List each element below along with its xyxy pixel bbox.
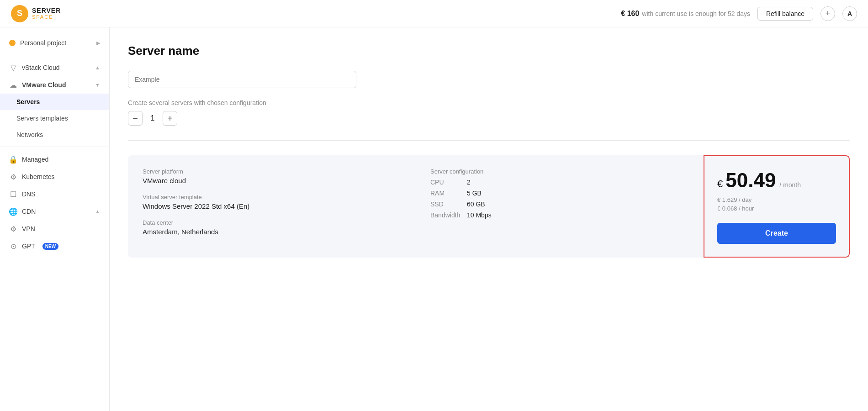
datacenter-label: Data center bbox=[143, 219, 401, 226]
sidebar-item-label: Managed bbox=[22, 156, 48, 163]
sidebar-item-vpn[interactable]: ⚙ VPN bbox=[0, 220, 109, 237]
config-label: Server configuration bbox=[430, 168, 689, 175]
cloud-icon: ☁ bbox=[9, 81, 17, 89]
sidebar-project-section: Personal project ▶ bbox=[0, 35, 109, 51]
logo-icon: S bbox=[11, 5, 28, 22]
avatar[interactable]: A bbox=[842, 6, 857, 21]
ssd-row: SSD 60 GB bbox=[430, 200, 689, 208]
ssd-value: 60 GB bbox=[467, 200, 485, 208]
page-title: Server name bbox=[128, 44, 850, 58]
price-col: € 50.49 / month € 1.629 / day € 0.068 / … bbox=[704, 155, 850, 258]
header-right: € 160 with current use is enough for 52 … bbox=[621, 6, 857, 21]
sidebar-item-kubernetes[interactable]: ⚙ Kubernetes bbox=[0, 168, 109, 185]
price-period: / month bbox=[779, 181, 801, 189]
cpu-label: CPU bbox=[430, 179, 462, 186]
bandwidth-label: Bandwidth bbox=[430, 211, 462, 219]
sidebar-item-servers-templates[interactable]: Servers templates bbox=[0, 110, 109, 126]
price-per-day: € 1.629 / day bbox=[717, 196, 836, 203]
logo-name-bottom: SPACE bbox=[32, 14, 61, 20]
summary-section: Server platform VMware cloud Virtual ser… bbox=[128, 155, 850, 258]
sidebar-item-networks[interactable]: Networks bbox=[0, 126, 109, 143]
price-currency-symbol: € bbox=[717, 178, 723, 190]
sidebar-divider bbox=[0, 55, 109, 55]
balance-section: € 160 with current use is enough for 52 … bbox=[621, 10, 750, 18]
sidebar-item-label: DNS bbox=[22, 190, 36, 198]
sidebar-divider-2 bbox=[0, 147, 109, 147]
ram-label: RAM bbox=[430, 190, 462, 197]
datacenter-value: Amsterdam, Netherlands bbox=[143, 228, 401, 236]
project-dot-icon bbox=[9, 40, 16, 46]
create-button[interactable]: Create bbox=[717, 223, 836, 244]
sidebar-item-managed[interactable]: 🔒 Managed bbox=[0, 151, 109, 168]
globe-icon: 🌐 bbox=[9, 207, 17, 216]
quantity-increase-button[interactable]: + bbox=[163, 111, 177, 126]
chevron-up-icon: ▲ bbox=[95, 65, 100, 70]
bandwidth-value: 10 Mbps bbox=[467, 211, 492, 219]
sidebar-item-label: Personal project bbox=[20, 39, 66, 47]
logo-text: SERVER SPACE bbox=[32, 7, 61, 20]
sidebar-item-cdn[interactable]: 🌐 CDN ▲ bbox=[0, 203, 109, 220]
chevron-down-icon: ▼ bbox=[95, 82, 100, 88]
sidebar-item-label: VPN bbox=[22, 225, 35, 232]
platform-info-col: Server platform VMware cloud Virtual ser… bbox=[128, 155, 416, 258]
new-badge: NEW bbox=[42, 243, 58, 250]
price-main: € 50.49 / month bbox=[717, 169, 836, 192]
ram-value: 5 GB bbox=[467, 190, 482, 197]
sidebar-item-vstack[interactable]: ▽ vStack Cloud ▲ bbox=[0, 59, 109, 76]
sidebar-item-label: Kubernetes bbox=[22, 173, 55, 180]
create-several-label: Create several servers with chosen confi… bbox=[128, 99, 850, 106]
gpt-icon: ⊙ bbox=[9, 242, 17, 250]
dns-icon: ☐ bbox=[9, 190, 17, 198]
ssd-label: SSD bbox=[430, 200, 462, 208]
sidebar-item-label: VMware Cloud bbox=[22, 81, 66, 89]
sidebar-item-label: Servers bbox=[16, 98, 40, 105]
add-button[interactable]: + bbox=[820, 6, 835, 21]
template-label: Virtual server template bbox=[143, 194, 401, 200]
price-value: 50.49 bbox=[725, 169, 776, 192]
header: S SERVER SPACE € 160 with current use is… bbox=[0, 0, 868, 27]
platform-label: Server platform bbox=[143, 168, 401, 175]
vpn-icon: ⚙ bbox=[9, 225, 17, 233]
chevron-up-icon-cdn: ▲ bbox=[95, 209, 100, 214]
chevron-right-icon: ▶ bbox=[96, 40, 100, 46]
lock-icon: 🔒 bbox=[9, 155, 17, 163]
quantity-control: − 1 + bbox=[128, 111, 850, 126]
price-per-hour: € 0.068 / hour bbox=[717, 205, 836, 212]
bandwidth-row: Bandwidth 10 Mbps bbox=[430, 211, 689, 219]
ram-row: RAM 5 GB bbox=[430, 190, 689, 197]
sidebar-item-label: Servers templates bbox=[16, 115, 68, 122]
server-name-input[interactable] bbox=[128, 71, 356, 88]
quantity-value: 1 bbox=[148, 114, 157, 122]
sidebar: Personal project ▶ ▽ vStack Cloud ▲ ☁ VM… bbox=[0, 27, 110, 411]
balance-description: with current use is enough for 52 days bbox=[642, 10, 750, 17]
section-divider bbox=[128, 140, 850, 141]
sidebar-item-label: CDN bbox=[22, 208, 36, 215]
balance-amount: € 160 bbox=[621, 10, 639, 18]
sidebar-item-label: Networks bbox=[16, 131, 43, 138]
price-secondary: € 1.629 / day € 0.068 / hour bbox=[717, 196, 836, 212]
sidebar-item-dns[interactable]: ☐ DNS bbox=[0, 185, 109, 203]
logo: S SERVER SPACE bbox=[11, 5, 61, 22]
cpu-row: CPU 2 bbox=[430, 179, 689, 186]
vstack-icon: ▽ bbox=[9, 63, 17, 72]
template-value: Windows Server 2022 Std x64 (En) bbox=[143, 202, 401, 210]
gear-icon: ⚙ bbox=[9, 173, 17, 181]
sidebar-item-label: vStack Cloud bbox=[22, 64, 59, 71]
config-col: Server configuration CPU 2 RAM 5 GB SSD … bbox=[416, 155, 704, 258]
sidebar-item-label: GPT bbox=[22, 242, 35, 250]
quantity-decrease-button[interactable]: − bbox=[128, 111, 143, 126]
sidebar-item-servers[interactable]: Servers bbox=[0, 94, 109, 110]
platform-value: VMware cloud bbox=[143, 177, 401, 184]
cpu-value: 2 bbox=[467, 179, 471, 186]
layout: Personal project ▶ ▽ vStack Cloud ▲ ☁ VM… bbox=[0, 27, 868, 411]
main-content: Server name Create several servers with … bbox=[110, 27, 868, 411]
logo-name-top: SERVER bbox=[32, 7, 61, 14]
sidebar-item-vmware[interactable]: ☁ VMware Cloud ▼ bbox=[0, 76, 109, 94]
sidebar-item-personal-project[interactable]: Personal project ▶ bbox=[0, 35, 109, 51]
sidebar-item-gpt[interactable]: ⊙ GPT NEW bbox=[0, 237, 109, 255]
refill-balance-button[interactable]: Refill balance bbox=[757, 7, 813, 21]
